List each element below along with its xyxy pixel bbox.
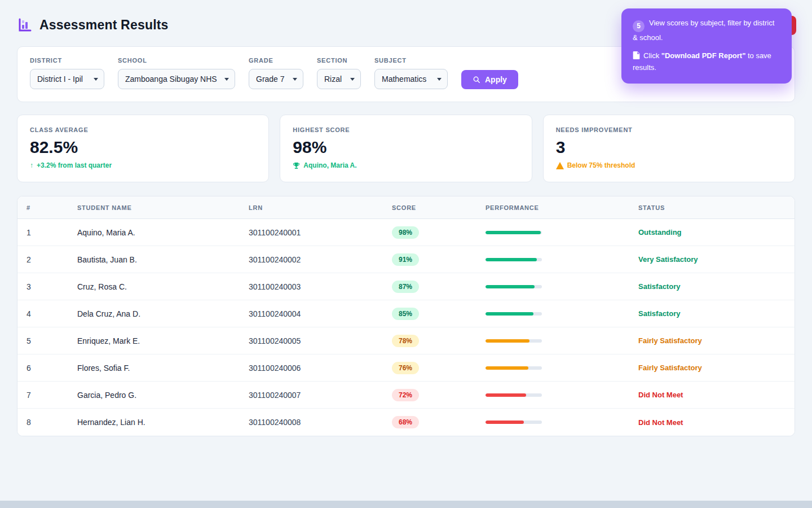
status-label: Did Not Meet: [638, 418, 785, 427]
score-badge: 91%: [392, 253, 419, 266]
download-report-bold-text: "Download PDF Report": [661, 51, 746, 60]
district-label: DISTRICT: [30, 57, 104, 64]
row-number: 5: [27, 336, 77, 345]
performance-bar-fill: [486, 366, 528, 370]
status-label: Outstanding: [638, 228, 785, 237]
subject-select[interactable]: Mathematics: [374, 69, 448, 89]
score-badge: 85%: [392, 308, 419, 320]
filter-section: SECTION Rizal: [317, 57, 361, 89]
performance-bar: [486, 285, 542, 288]
section-select[interactable]: Rizal: [317, 69, 361, 89]
tour-tooltip: 5View scores by subject, filter by distr…: [621, 8, 792, 84]
performance-bar: [486, 421, 542, 424]
subject-label: SUBJECT: [374, 57, 448, 64]
student-lrn: 301100240004: [249, 309, 392, 318]
student-name: Garcia, Pedro G.: [77, 391, 249, 400]
performance-bar-fill: [486, 393, 526, 397]
performance-bar: [486, 258, 542, 261]
status-label: Satisfactory: [638, 282, 785, 291]
student-lrn: 301100240002: [249, 255, 392, 264]
student-name: Aquino, Maria A.: [77, 228, 249, 237]
student-lrn: 301100240005: [249, 336, 392, 345]
status-label: Fairly Satisfactory: [638, 336, 785, 345]
row-number: 2: [27, 255, 77, 264]
stat-subtext: +3.2% from last quarter: [37, 161, 112, 169]
warning-icon: [556, 162, 564, 169]
performance-bar-fill: [486, 285, 535, 288]
stats-row: CLASS AVERAGE 82.5% ↑ +3.2% from last qu…: [17, 115, 795, 182]
tour-tooltip-line1: 5View scores by subject, filter by distr…: [633, 17, 780, 44]
stat-subtext: Below 75% threshold: [567, 161, 636, 169]
stat-value: 3: [556, 138, 782, 157]
student-name: Cruz, Rosa C.: [77, 282, 249, 291]
score-badge: 78%: [392, 335, 419, 347]
performance-bar: [486, 393, 542, 397]
col-header-performance: PERFORMANCE: [486, 204, 638, 211]
performance-bar-fill: [486, 231, 541, 234]
student-lrn: 301100240003: [249, 282, 392, 291]
window-bottom-edge: [0, 501, 812, 508]
status-label: Fairly Satisfactory: [638, 364, 785, 372]
table-row: 7 Garcia, Pedro G. 301100240007 72% Did …: [17, 382, 795, 409]
stat-label: CLASS AVERAGE: [30, 126, 256, 133]
performance-bar: [486, 312, 542, 316]
performance-bar: [486, 339, 542, 343]
stat-value: 98%: [293, 138, 519, 157]
pdf-file-icon: [633, 51, 640, 59]
score-badge: 72%: [392, 389, 419, 401]
bar-chart-icon: [17, 17, 33, 33]
row-number: 1: [27, 228, 77, 237]
col-header-score: SCORE: [392, 204, 486, 211]
table-header-row: # STUDENT NAME LRN SCORE PERFORMANCE STA…: [17, 196, 795, 219]
student-lrn: 301100240006: [249, 364, 392, 373]
row-number: 4: [27, 309, 77, 318]
score-badge: 98%: [392, 226, 419, 239]
school-label: SCHOOL: [118, 57, 235, 64]
col-header-lrn: LRN: [249, 204, 392, 211]
filter-district: DISTRICT District I - Ipil: [30, 57, 104, 89]
grade-label: GRADE: [249, 57, 303, 64]
student-name: Dela Cruz, Ana D.: [77, 309, 249, 318]
col-header-student: STUDENT NAME: [77, 204, 249, 211]
filter-subject: SUBJECT Mathematics: [374, 57, 448, 89]
row-number: 6: [27, 364, 77, 373]
section-label: SECTION: [317, 57, 361, 64]
student-lrn: 301100240007: [249, 391, 392, 400]
stat-card-class-average: CLASS AVERAGE 82.5% ↑ +3.2% from last qu…: [17, 115, 269, 182]
grade-select[interactable]: Grade 7: [249, 69, 303, 89]
col-header-num: #: [27, 204, 77, 211]
student-name: Hernandez, Lian H.: [77, 418, 249, 427]
stat-label: HIGHEST SCORE: [293, 126, 519, 133]
table-row: 6 Flores, Sofia F. 301100240006 76% Fair…: [17, 354, 795, 382]
row-number: 7: [27, 391, 77, 400]
arrow-up-icon: ↑: [30, 161, 33, 169]
performance-bar-fill: [486, 258, 537, 261]
table-body: 1 Aquino, Maria A. 301100240001 98% Outs…: [17, 219, 795, 436]
stat-value: 82.5%: [30, 138, 256, 157]
filter-school: SCHOOL Zamboanga Sibugay NHS: [118, 57, 235, 89]
results-table: # STUDENT NAME LRN SCORE PERFORMANCE STA…: [17, 196, 795, 436]
status-label: Did Not Meet: [638, 391, 785, 399]
row-number: 8: [27, 418, 77, 427]
district-select[interactable]: District I - Ipil: [30, 69, 104, 89]
stat-card-highest-score: HIGHEST SCORE 98% Aquino, Maria A.: [280, 115, 532, 182]
score-badge: 87%: [392, 281, 419, 293]
performance-bar-fill: [486, 312, 533, 316]
stat-label: NEEDS IMPROVEMENT: [556, 126, 782, 133]
status-label: Very Satisfactory: [638, 255, 785, 264]
table-row: 8 Hernandez, Lian H. 301100240008 68% Di…: [17, 409, 795, 436]
school-select[interactable]: Zamboanga Sibugay NHS: [118, 69, 235, 89]
performance-bar: [486, 231, 542, 234]
col-header-status: STATUS: [638, 204, 785, 211]
table-row: 5 Enriquez, Mark E. 301100240005 78% Fai…: [17, 327, 795, 354]
step-number-badge: 5: [633, 20, 645, 32]
filter-grade: GRADE Grade 7: [249, 57, 303, 89]
table-row: 3 Cruz, Rosa C. 301100240003 87% Satisfa…: [17, 273, 795, 300]
performance-bar-fill: [486, 339, 529, 343]
apply-button[interactable]: Apply: [461, 70, 518, 89]
score-badge: 68%: [392, 416, 419, 428]
status-label: Satisfactory: [638, 309, 785, 318]
performance-bar: [486, 366, 542, 370]
performance-bar-fill: [486, 421, 524, 424]
student-name: Flores, Sofia F.: [77, 364, 249, 373]
